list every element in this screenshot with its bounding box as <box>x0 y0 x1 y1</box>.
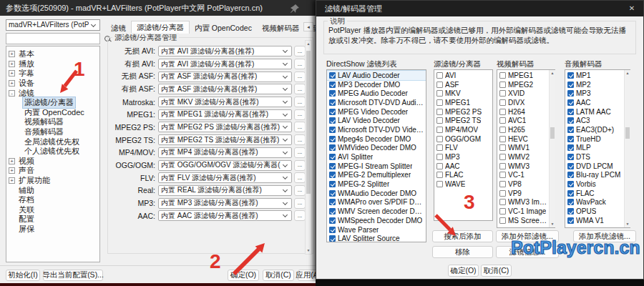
list-item[interactable]: MPEG Audio Decoder <box>327 89 426 98</box>
ok-button[interactable]: 确定(O) <box>228 270 259 281</box>
list-item[interactable]: LAV Splitter Source <box>327 234 426 242</box>
search-box[interactable] <box>6 33 100 44</box>
format-select[interactable]: 内置 OGG/OGM/OGV 源滤镜/分离器(推荐) <box>158 160 292 171</box>
checkbox[interactable] <box>329 227 336 233</box>
format-select[interactable]: 内置 MPEG2 PS 源滤镜/分离器(推荐) <box>158 122 292 132</box>
list-item[interactable]: TrueHD <box>565 134 630 144</box>
list-item[interactable]: XVID <box>497 89 555 98</box>
list-item[interactable]: MPEG-I Stream Splitter <box>327 162 426 171</box>
list-item[interactable]: Microsoft DTV-DVD Video De... <box>327 125 426 134</box>
format-more-button[interactable]: ... <box>294 46 306 56</box>
format-select[interactable]: 内置 AVI 源滤镜/分离器(推荐) <box>158 46 292 56</box>
checkbox[interactable] <box>436 109 443 115</box>
scroll-thumb[interactable] <box>550 127 555 139</box>
list-item[interactable]: FLV <box>434 144 492 153</box>
format-select[interactable]: 内置 FLV 源滤镜/分离器(推荐) <box>158 172 292 183</box>
checkbox[interactable] <box>499 99 506 106</box>
tree-item[interactable]: + 声音 <box>6 166 99 176</box>
tree-item[interactable]: 关联 <box>6 205 99 215</box>
format-select[interactable]: 内置 ASF 源滤镜/分离器(推荐) <box>158 84 292 94</box>
checkbox[interactable] <box>436 181 443 187</box>
format-more-button[interactable]: ... <box>294 84 306 94</box>
tree-expander-icon[interactable]: + <box>9 167 15 174</box>
checkbox[interactable] <box>567 181 574 187</box>
checkbox[interactable] <box>329 136 336 142</box>
list-item[interactable]: WMVideo Decoder DMO <box>327 144 426 153</box>
tree-item[interactable]: 内置 OpenCodec <box>6 108 99 118</box>
preset-dropdown[interactable]: madVR+LAVFilters (PotPlayer中 <box>6 19 100 31</box>
list-item[interactable]: H264 <box>497 107 555 117</box>
list-item[interactable]: LATM AAC <box>565 107 630 117</box>
list-item[interactable]: WMAPro over S/PDIF DMO <box>327 198 426 207</box>
video-list-scrollbar[interactable]: ▲ ▼ <box>549 70 555 227</box>
checkbox[interactable] <box>567 127 574 133</box>
checkbox[interactable] <box>499 181 506 187</box>
checkbox[interactable] <box>499 190 506 197</box>
checkbox[interactable] <box>567 190 574 197</box>
tree-expander-icon[interactable]: + <box>9 158 15 164</box>
dialog-titlebar[interactable]: 滤镜/解码器管理 ✕ <box>316 1 643 16</box>
checkbox[interactable] <box>329 154 336 160</box>
list-item[interactable]: EAC3(DD+) <box>565 125 630 134</box>
format-select[interactable]: 内置 MPEG2 TS 源滤镜/分离器(推荐) <box>158 134 292 145</box>
checkbox[interactable] <box>567 217 574 224</box>
list-item[interactable]: WMV1 <box>497 144 555 153</box>
tree-expander-icon[interactable]: + <box>9 177 15 184</box>
list-item[interactable]: AVC1 <box>497 116 555 125</box>
format-select[interactable]: 内置 MP3 源滤镜/分离器(推荐) <box>158 198 292 209</box>
list-item[interactable]: WMV3 <box>497 162 555 171</box>
format-more-button[interactable]: ... <box>294 134 306 145</box>
checkbox[interactable] <box>567 99 574 106</box>
checkbox[interactable] <box>329 172 336 178</box>
list-item[interactable]: H265 <box>497 125 555 134</box>
format-more-button[interactable]: ... <box>294 97 306 107</box>
checkbox[interactable] <box>499 90 506 97</box>
list-item[interactable]: MPEG-2 Demultiplexer <box>327 171 426 180</box>
checkbox[interactable] <box>567 117 574 124</box>
checkbox[interactable] <box>567 172 574 178</box>
tree-item[interactable]: 辅助 <box>6 185 99 195</box>
export-config-button[interactable]: 导出当前配置(S)... <box>43 270 103 281</box>
tree-item[interactable]: - 滤镜 <box>6 88 99 98</box>
list-item[interactable]: OPUS <box>565 207 630 216</box>
list-item[interactable]: MPEG2 <box>497 80 555 89</box>
list-item[interactable]: HEVC <box>497 134 555 144</box>
checkbox[interactable] <box>329 217 336 224</box>
checkbox[interactable] <box>436 127 443 133</box>
format-more-button[interactable]: ... <box>294 160 306 171</box>
list-item[interactable]: MP3 <box>565 89 630 98</box>
scroll-up-icon[interactable]: ▲ <box>550 70 555 77</box>
checkbox[interactable] <box>436 72 443 79</box>
checkbox[interactable] <box>436 90 443 97</box>
dialog-cancel-button[interactable]: 取消(C) <box>481 265 512 277</box>
tree-item[interactable]: 音频解码器 <box>6 127 99 137</box>
tree-item[interactable]: 视频解码器 <box>6 117 99 127</box>
checkbox[interactable] <box>436 154 443 160</box>
scroll-thumb[interactable] <box>306 51 311 194</box>
list-item[interactable]: MPEG1 <box>434 98 492 107</box>
checkbox[interactable] <box>499 109 506 115</box>
checkbox[interactable] <box>499 172 506 178</box>
list-item[interactable]: WMSpeech Decoder DMO <box>327 216 426 225</box>
format-more-button[interactable]: ... <box>294 198 306 209</box>
list-item[interactable]: Mpeg4s Decoder DMO <box>327 134 426 144</box>
list-item[interactable]: Wave Parser <box>327 225 426 235</box>
checkbox[interactable] <box>329 82 336 88</box>
tree-item[interactable]: + 字幕 <box>6 69 99 79</box>
pin-icon[interactable] <box>290 3 300 13</box>
format-more-button[interactable]: ... <box>294 72 306 82</box>
list-item[interactable]: AVI <box>434 71 492 80</box>
list-item[interactable]: Blu-ray LPCM <box>565 171 630 180</box>
list-item[interactable]: MP1 <box>565 71 630 80</box>
search-add-button[interactable]: 搜索后添加 <box>432 230 493 242</box>
settings-tab[interactable]: 滤镜 <box>106 22 131 34</box>
list-item[interactable]: MPEG2 TS <box>434 116 492 125</box>
list-item[interactable]: WavPack <box>565 198 630 207</box>
list-item[interactable]: FLAC <box>565 189 630 198</box>
tree-expander-icon[interactable]: - <box>9 90 15 97</box>
checkbox[interactable] <box>567 154 574 160</box>
init-button[interactable]: 初始化(I) <box>6 270 40 281</box>
format-select[interactable]: 内置 ASF 源滤镜/分离器(推荐) <box>158 72 292 82</box>
tree-item[interactable]: 存档 <box>6 195 99 205</box>
checkbox[interactable] <box>436 99 443 106</box>
